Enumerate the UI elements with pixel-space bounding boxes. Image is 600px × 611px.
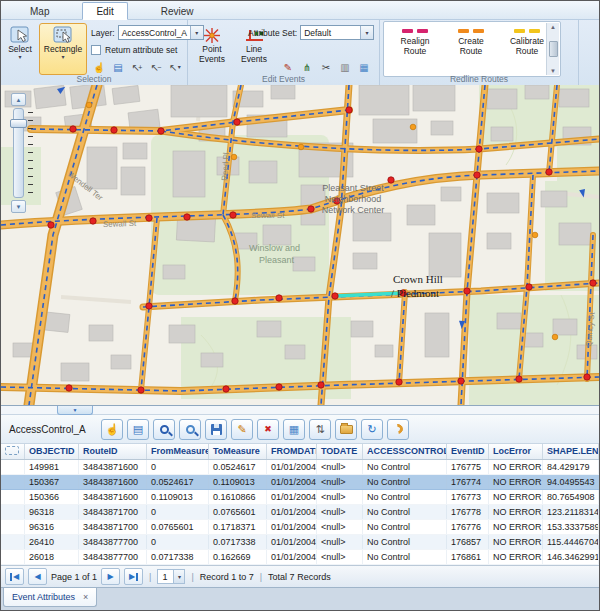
table-row[interactable]: 26018348438777000.07173380.16266901/01/2… (1, 550, 599, 565)
table-cell[interactable]: 96318 (25, 505, 79, 519)
refresh-icon[interactable]: ↻ (361, 419, 383, 440)
table-cell[interactable]: No Control (363, 550, 447, 564)
zoom-to-selection-icon[interactable] (153, 419, 175, 440)
table-cell[interactable]: 01/01/2004 (267, 535, 317, 549)
map-viewport[interactable]: Wendell Ter Reed Pl Sewall St Sewall St … (1, 85, 599, 405)
column-header-LocError[interactable]: LocError (489, 444, 543, 459)
table-cell[interactable]: 34843871600 (79, 460, 147, 474)
table-cell[interactable]: 0 (147, 460, 209, 474)
select-button[interactable]: Select ▾ (3, 23, 37, 75)
select-add-icon[interactable]: ↖+ (129, 60, 145, 75)
return-attribute-set-checkbox[interactable] (91, 45, 101, 55)
table-cell[interactable]: 123.2118314 (543, 505, 599, 519)
save-icon[interactable] (205, 419, 227, 440)
merge-events-icon[interactable]: ⋔ (299, 60, 315, 75)
table-cell[interactable]: 150366 (25, 490, 79, 504)
table-cell[interactable]: NO ERROR (489, 490, 543, 504)
table-cell[interactable]: 01/01/2004 (267, 505, 317, 519)
table-cell[interactable]: 176773 (447, 490, 489, 504)
list-icon[interactable]: ▤ (110, 60, 126, 75)
table-cell[interactable]: 0.0524617 (147, 475, 209, 489)
table-cell[interactable]: NO ERROR (489, 475, 543, 489)
table-cell[interactable]: No Control (363, 460, 447, 474)
table-cell[interactable]: <null> (317, 475, 363, 489)
column-header-OBJECTID[interactable]: OBJECTID (25, 444, 79, 459)
table-cell[interactable]: NO ERROR (489, 550, 543, 564)
table-cell[interactable]: 34843871600 (79, 475, 147, 489)
edit-sketch-icon[interactable]: ✎ (280, 60, 296, 75)
tab-edit[interactable]: Edit (82, 2, 127, 20)
point-events-button[interactable]: Point Events (192, 23, 232, 75)
select-all-box[interactable] (5, 446, 19, 455)
previous-page-button[interactable]: ◀ (28, 568, 47, 585)
redline-realign-route-button[interactable]: RealignRoute (388, 25, 442, 56)
close-icon[interactable]: × (83, 592, 88, 602)
table-cell[interactable]: 176857 (447, 535, 489, 549)
table-row[interactable]: 150367348438716000.05246170.110901301/01… (1, 475, 599, 490)
zoom-out-button[interactable]: ▼ (11, 200, 26, 213)
table-cell[interactable] (1, 475, 25, 489)
show-table-icon[interactable]: ▦ (283, 419, 305, 440)
table-cell[interactable]: 176778 (447, 505, 489, 519)
chevron-down-icon[interactable]: ▾ (360, 26, 373, 39)
table-cell[interactable]: 96316 (25, 520, 79, 534)
column-header-SHAPE.LEN[interactable]: SHAPE.LEN (543, 444, 599, 459)
column-header-TODATE[interactable]: TODATE (317, 444, 363, 459)
column-header-ACCESSCONTROL[interactable]: ACCESSCONTROL (363, 444, 447, 459)
scrollbar-thumb[interactable] (549, 41, 558, 57)
table-cell[interactable]: 34843877700 (79, 535, 147, 549)
table-cell[interactable]: 01/01/2004 (267, 460, 317, 474)
table-cell[interactable]: 0.0717338 (209, 535, 267, 549)
table-cell[interactable]: <null> (317, 490, 363, 504)
redline-create-route-button[interactable]: CreateRoute (444, 25, 498, 56)
first-page-button[interactable]: ◀ (5, 568, 24, 585)
edit-attributes-icon[interactable]: ✎ (231, 419, 253, 440)
table-cell[interactable]: 01/01/2004 (267, 550, 317, 564)
table-cell[interactable]: 146.3462991 (543, 550, 599, 564)
table-cell[interactable]: 0.0765601 (209, 505, 267, 519)
column-header-EventID[interactable]: EventID (447, 444, 489, 459)
table-cell[interactable]: No Control (363, 475, 447, 489)
table-cell[interactable]: <null> (317, 505, 363, 519)
table-cell[interactable]: 176776 (447, 520, 489, 534)
table-row[interactable]: 963183484387170000.076560101/01/2004<nul… (1, 505, 599, 520)
table-cell[interactable]: 176774 (447, 475, 489, 489)
table-cell[interactable]: No Control (363, 535, 447, 549)
table-cell[interactable] (1, 460, 25, 474)
table-cell[interactable]: <null> (317, 520, 363, 534)
table-cell[interactable]: NO ERROR (489, 505, 543, 519)
table-cell[interactable]: 34843871600 (79, 490, 147, 504)
table-cell[interactable]: 01/01/2004 (267, 520, 317, 534)
chevron-down-icon[interactable]: ▾ (173, 570, 184, 583)
column-header-ToMeasure[interactable]: ToMeasure (209, 444, 267, 459)
attributes-form-icon[interactable]: ▥ (337, 60, 353, 75)
table-cell[interactable]: 94.0495543 (543, 475, 599, 489)
list-icon[interactable]: ▤ (127, 419, 149, 440)
tab-review[interactable]: Review (148, 3, 207, 19)
clear-selection-icon[interactable]: ↖▾ (167, 60, 183, 75)
tab-event-attributes[interactable]: Event Attributes × (3, 588, 97, 607)
table-row[interactable]: 1499813484387160000.052461701/01/2004<nu… (1, 460, 599, 475)
collapse-panel-tab[interactable]: ▼ (57, 406, 93, 415)
table-cell[interactable] (1, 550, 25, 564)
column-header-RouteID[interactable]: RouteID (79, 444, 147, 459)
table-row[interactable]: 96316348438717000.07656010.171837101/01/… (1, 520, 599, 535)
attribute-set-combobox[interactable]: Default ▾ (300, 25, 374, 40)
attributes-grid-icon[interactable]: ▦ (356, 60, 372, 75)
table-cell[interactable]: 0.1109013 (147, 490, 209, 504)
page-number-combobox[interactable]: 1 ▾ (157, 569, 185, 584)
table-cell[interactable]: No Control (363, 490, 447, 504)
table-cell[interactable]: 0.162669 (209, 550, 267, 564)
table-cell[interactable]: 0 (147, 505, 209, 519)
next-page-button[interactable]: ▶ (101, 568, 120, 585)
redline-scrollbar[interactable]: ▲ ▼ (546, 23, 559, 75)
table-cell[interactable]: 26410 (25, 535, 79, 549)
table-cell[interactable]: NO ERROR (489, 460, 543, 474)
table-row[interactable]: 264103484387770000.071733801/01/2004<nul… (1, 535, 599, 550)
table-cell[interactable]: 34843871700 (79, 505, 147, 519)
table-cell[interactable]: No Control (363, 520, 447, 534)
table-cell[interactable] (1, 490, 25, 504)
table-cell[interactable]: NO ERROR (489, 535, 543, 549)
table-cell[interactable]: 149981 (25, 460, 79, 474)
map-canvas[interactable]: Wendell Ter Reed Pl Sewall St Sewall St … (1, 85, 599, 405)
